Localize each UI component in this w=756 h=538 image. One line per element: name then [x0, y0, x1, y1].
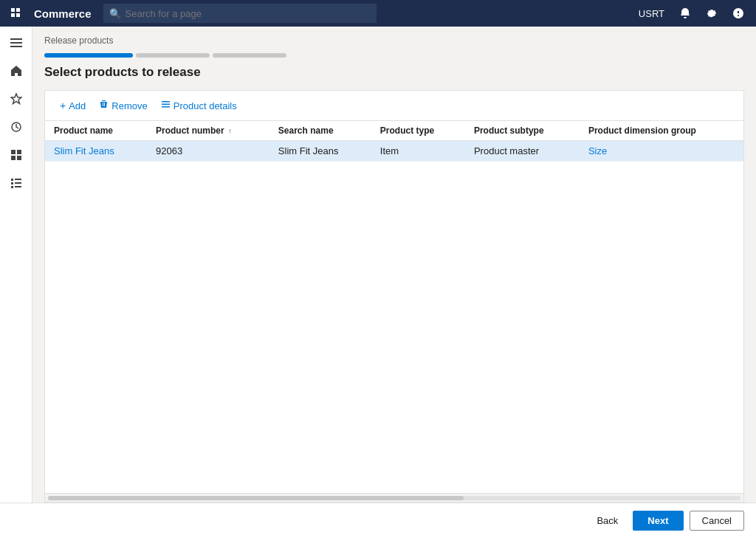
breadcrumb: Release products	[44, 35, 744, 46]
col-product-dimension-group[interactable]: Product dimension group	[580, 121, 743, 141]
sidebar-item-recent[interactable]	[3, 114, 30, 140]
table-body: Slim Fit Jeans92063Slim Fit JeansItemPro…	[45, 141, 743, 162]
notification-button[interactable]	[673, 1, 697, 25]
search-input[interactable]	[126, 8, 371, 19]
svg-rect-9	[11, 150, 16, 154]
sidebar-item-list[interactable]	[3, 170, 30, 196]
col-product-subtype[interactable]: Product subtype	[465, 121, 580, 141]
settings-button[interactable]	[700, 1, 724, 25]
remove-icon	[99, 100, 109, 111]
svg-rect-10	[17, 150, 21, 154]
svg-rect-1	[16, 8, 20, 12]
sidebar-item-favorites[interactable]	[3, 86, 30, 112]
global-search[interactable]: 🔍	[103, 4, 377, 23]
add-icon: +	[60, 100, 66, 111]
products-table-container: Product name Product number ↑ Search nam…	[45, 121, 743, 493]
svg-rect-11	[11, 156, 16, 160]
add-button[interactable]: + Add	[54, 97, 92, 114]
cell-product_dimension_group: Size	[580, 141, 743, 162]
products-card: + Add Remove	[44, 90, 744, 503]
product-details-label: Product details	[173, 100, 237, 111]
sidebar-item-home[interactable]	[3, 58, 30, 84]
horizontal-scrollbar[interactable]	[45, 493, 743, 502]
back-button[interactable]: Back	[588, 511, 627, 531]
table-header-row: Product name Product number ↑ Search nam…	[45, 121, 743, 141]
svg-rect-5	[10, 42, 22, 44]
svg-rect-19	[162, 101, 170, 103]
svg-rect-20	[162, 104, 170, 106]
svg-rect-0	[11, 8, 15, 12]
svg-rect-15	[11, 182, 13, 184]
table-row[interactable]: Slim Fit Jeans92063Slim Fit JeansItemPro…	[45, 141, 743, 162]
svg-rect-2	[11, 13, 15, 17]
next-button[interactable]: Next	[633, 511, 683, 531]
details-icon	[161, 100, 171, 111]
progress-step-2	[136, 53, 210, 58]
user-label: USRT	[639, 8, 664, 19]
progress-step-1	[44, 53, 133, 58]
content-area: Release products Select products to rele…	[32, 27, 756, 503]
col-product-type[interactable]: Product type	[371, 121, 465, 141]
action-bar: Back Next Cancel	[0, 503, 756, 538]
svg-rect-18	[15, 186, 21, 187]
product-details-button[interactable]: Product details	[155, 97, 243, 114]
svg-rect-6	[10, 46, 22, 47]
scrollbar-thumb	[48, 496, 464, 500]
sidebar-item-workspaces[interactable]	[3, 142, 30, 168]
sort-icon: ↑	[228, 127, 232, 135]
topbar-right: USRT	[639, 1, 750, 25]
cell-product_number: 92063	[147, 141, 269, 162]
col-search-name[interactable]: Search name	[269, 121, 371, 141]
svg-rect-12	[17, 156, 21, 160]
cancel-button[interactable]: Cancel	[690, 511, 744, 531]
svg-rect-3	[16, 13, 20, 17]
cell-product_type: Item	[371, 141, 465, 162]
topbar: Commerce 🔍 USRT	[0, 0, 756, 27]
app-title: Commerce	[34, 7, 92, 20]
col-product-number[interactable]: Product number ↑	[147, 121, 269, 141]
help-button[interactable]	[726, 1, 750, 25]
svg-rect-16	[15, 182, 21, 184]
cell-product_subtype: Product master	[465, 141, 580, 162]
remove-label: Remove	[111, 100, 147, 111]
page-title: Select products to release	[44, 65, 744, 80]
sidebar	[0, 27, 32, 503]
svg-rect-13	[11, 179, 13, 181]
scrollbar-track	[48, 496, 740, 500]
progress-step-3	[213, 53, 286, 58]
cell-search_name: Slim Fit Jeans	[269, 141, 371, 162]
progress-steps	[44, 53, 744, 58]
svg-rect-4	[10, 38, 22, 40]
products-table: Product name Product number ↑ Search nam…	[45, 121, 743, 162]
add-label: Add	[69, 100, 86, 111]
apps-icon[interactable]	[6, 3, 27, 24]
toolbar: + Add Remove	[45, 91, 743, 121]
cell-product_name: Slim Fit Jeans	[45, 141, 147, 162]
svg-rect-17	[11, 186, 13, 188]
search-icon: 🔍	[109, 8, 121, 19]
product_dimension_group-link[interactable]: Size	[588, 145, 607, 156]
product_name-link[interactable]: Slim Fit Jeans	[54, 145, 114, 156]
svg-rect-14	[15, 179, 21, 180]
svg-rect-21	[162, 106, 170, 108]
main-layout: Release products Select products to rele…	[0, 27, 756, 503]
svg-marker-7	[11, 94, 21, 104]
sidebar-item-menu[interactable]	[3, 30, 30, 56]
remove-button[interactable]: Remove	[93, 97, 153, 114]
col-product-name[interactable]: Product name	[45, 121, 147, 141]
